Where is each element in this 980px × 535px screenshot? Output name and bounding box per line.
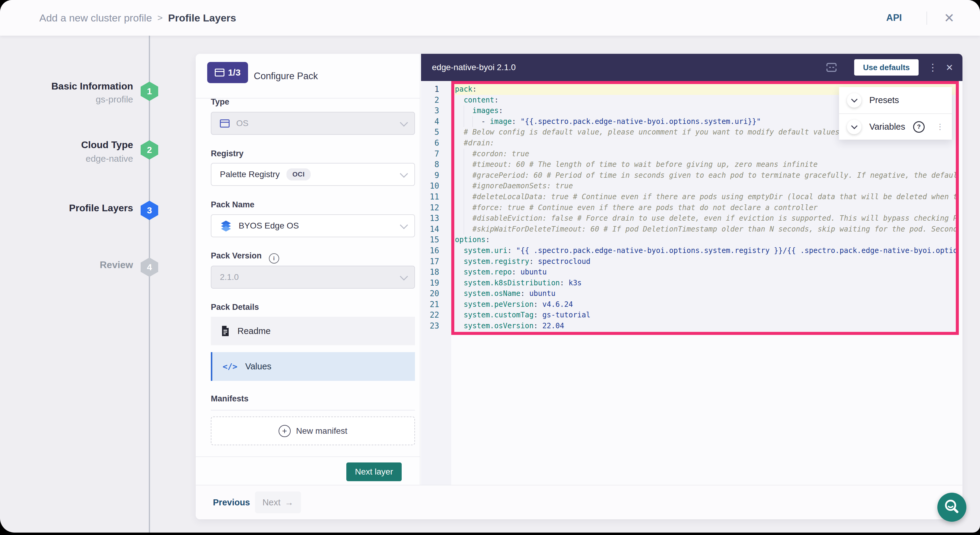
indent-guide [464,213,464,224]
step-indicator-1[interactable]: 1 [141,82,158,101]
presets-expand-button[interactable] [847,93,861,108]
code-line[interactable]: 22 system.customTag: gs-tutorial [421,310,959,321]
registry-value: Palette Registry [220,170,280,179]
line-text[interactable]: #ignoreDaemonSets: true [451,181,959,192]
pack-name-select[interactable]: BYOS Edge OS [211,214,415,237]
code-line[interactable]: 18 system.repo: ubuntu [421,267,959,278]
line-number: 4 [421,116,451,127]
variables-row[interactable]: Variables ? ⋮ [839,113,952,140]
variables-expand-button[interactable] [847,120,861,134]
indent-guide [464,224,464,235]
line-number: 11 [421,192,451,203]
line-number: 22 [421,310,451,321]
byos-pack-icon [220,220,232,232]
step-indicator-3[interactable]: 3 [141,201,158,220]
step-indicator-4[interactable]: 4 [141,257,158,277]
pack-details-values-tab[interactable]: </> Values [211,352,415,381]
pack-details-readme-tab[interactable]: Readme [211,317,415,345]
line-text[interactable]: #skipWaitForDeleteTimeout: 60 # If pod D… [451,224,959,235]
code-line[interactable]: 7 #cordon: true [421,149,959,160]
code-line[interactable]: 17 system.registry: spectrocloud [421,256,959,267]
variables-kebab-icon[interactable]: ⋮ [936,122,944,132]
line-text[interactable]: system.osVersion: 22.04 [451,321,959,332]
api-link[interactable]: API [886,0,902,36]
line-text[interactable]: #gracePeriod: 60 # Period of time in sec… [451,170,959,181]
code-line[interactable]: 16 system.uri: "{{ .spectro.pack.edge-na… [421,245,959,256]
line-number: 15 [421,235,451,245]
code-line[interactable]: 12 #force: true # Continue even if there… [421,203,959,213]
editor-header: edge-native-byoi 2.1.0 Use defaults ⋮ ✕ [421,54,963,81]
code-line[interactable]: 9 #gracePeriod: 60 # Period of time in s… [421,170,959,181]
variables-label: Variables [869,122,905,132]
step-label-profile-layers[interactable]: Profile Layers [0,203,133,214]
code-line[interactable]: 10 #ignoreDaemonSets: true [421,181,959,192]
line-number: 13 [421,213,451,224]
line-text[interactable]: system.repo: ubuntu [451,267,959,278]
line-text[interactable]: system.registry: spectrocloud [451,256,959,267]
close-icon[interactable]: ✕ [940,0,958,36]
editor-close-icon[interactable]: ✕ [942,54,957,81]
next-layer-row: Next layer [196,456,420,485]
line-text[interactable]: #disableEviction: false # Force drain to… [451,213,959,224]
arrow-right-icon: → [285,497,293,508]
configure-pack-header: 1/3 Configure Pack [196,54,420,98]
editor-column: edge-native-byoi 2.1.0 Use defaults ⋮ ✕ … [421,54,963,485]
line-text[interactable]: #cordon: true [451,149,959,160]
manifests-label: Manifests [211,394,249,403]
code-line[interactable]: 13 #disableEviction: false # Force drain… [421,213,959,224]
step-count-badge: 1/3 [207,62,248,83]
editor-kebab-icon[interactable]: ⋮ [927,54,939,81]
pack-name-value: BYOS Edge OS [239,221,299,231]
chevron-down-icon [851,123,857,129]
type-select[interactable]: OS [211,112,415,135]
line-number: 9 [421,170,451,181]
pack-version-select[interactable]: 2.1.0 [211,266,415,289]
line-text[interactable]: system.peVersion: v4.6.24 [451,299,959,310]
new-manifest-button[interactable]: + New manifest [211,416,415,445]
code-line[interactable]: 15options: [421,235,959,245]
line-text[interactable]: system.uri: "{{ .spectro.pack.edge-nativ… [451,245,959,256]
line-text[interactable]: system.k8sDistribution: k3s [451,278,959,289]
line-number: 3 [421,105,451,116]
indent-guide [473,116,473,127]
next-layer-button[interactable]: Next layer [346,462,402,481]
breadcrumb-parent[interactable]: Add a new cluster profile [39,12,152,24]
code-line[interactable]: 11 #deleteLocalData: true # Continue eve… [421,192,959,203]
breadcrumb-separator-icon: > [157,13,163,23]
step-indicator-2[interactable]: 2 [141,140,158,160]
compare-view-icon[interactable] [826,62,837,73]
info-icon[interactable]: i [269,253,279,264]
code-line[interactable]: 8 #timeout: 60 # The length of time to w… [421,159,959,170]
code-line[interactable]: 14 #skipWaitForDeleteTimeout: 60 # If po… [421,224,959,235]
line-text[interactable]: system.osName: ubuntu [451,288,959,299]
line-text[interactable]: #timeout: 60 # The length of time to wai… [451,159,959,170]
next-button[interactable]: Next → [255,492,301,513]
indent-guide [464,159,464,170]
new-manifest-label: New manifest [296,426,348,436]
help-icon[interactable]: ? [913,121,925,133]
line-text[interactable]: system.customTag: gs-tutorial [451,310,959,321]
line-text[interactable]: #force: true # Continue even if there ar… [451,203,959,213]
previous-button[interactable]: Previous [213,486,250,519]
next-button-label: Next [262,497,281,508]
step-label-review[interactable]: Review [0,259,133,270]
step-label-cloud-type[interactable]: Cloud Type [0,139,133,151]
code-line[interactable]: 19 system.k8sDistribution: k3s [421,278,959,289]
code-line[interactable]: 21 system.peVersion: v4.6.24 [421,299,959,310]
line-text[interactable]: options: [451,235,959,245]
support-search-fab[interactable] [937,493,966,522]
presets-row[interactable]: Presets [839,87,952,113]
registry-select[interactable]: Palette Registry OCI [211,163,415,186]
code-editor[interactable]: 1pack:2 content:3 images:4 - image: "{{.… [421,81,963,485]
code-line[interactable]: 20 system.osName: ubuntu [421,288,959,299]
code-line[interactable]: 23 system.osVersion: 22.04 [421,321,959,332]
pack-name-label: Pack Name [211,200,255,210]
indent-guide [464,203,464,213]
readme-tab-label: Readme [237,326,271,336]
line-text[interactable]: #deleteLocalData: true # Continue even i… [451,192,959,203]
indent-guide [464,170,464,181]
step-label-basic-information[interactable]: Basic Information [0,81,133,92]
line-number: 7 [421,149,451,160]
line-number: 5 [421,127,451,138]
use-defaults-button[interactable]: Use defaults [854,59,919,76]
